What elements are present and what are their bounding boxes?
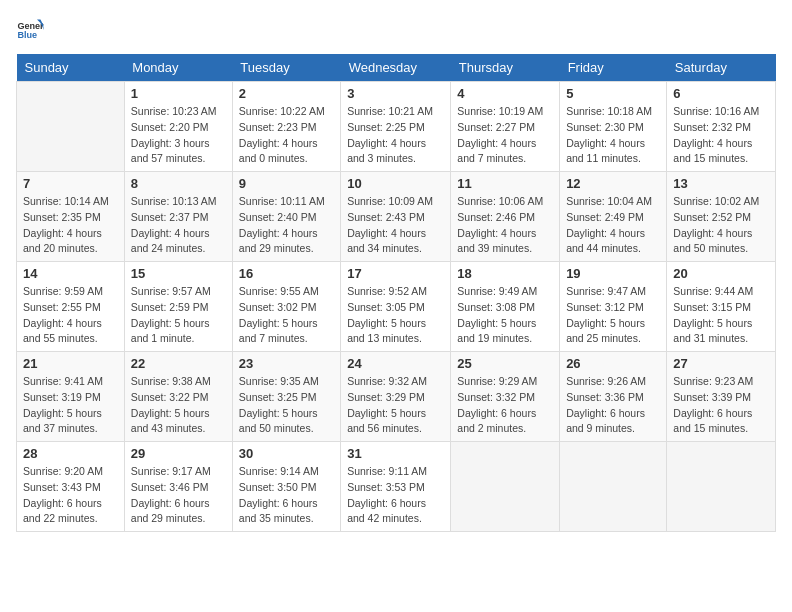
calendar-cell: 11Sunrise: 10:06 AMSunset: 2:46 PMDaylig… [451,172,560,262]
day-number: 24 [347,356,444,371]
day-info: Sunrise: 9:23 AMSunset: 3:39 PMDaylight:… [673,374,769,437]
day-info: Sunrise: 10:09 AMSunset: 2:43 PMDaylight… [347,194,444,257]
calendar-cell: 28Sunrise: 9:20 AMSunset: 3:43 PMDayligh… [17,442,125,532]
day-number: 7 [23,176,118,191]
calendar-table: SundayMondayTuesdayWednesdayThursdayFrid… [16,54,776,532]
day-number: 1 [131,86,226,101]
day-number: 19 [566,266,660,281]
day-number: 17 [347,266,444,281]
day-info: Sunrise: 9:20 AMSunset: 3:43 PMDaylight:… [23,464,118,527]
day-number: 31 [347,446,444,461]
calendar-cell: 15Sunrise: 9:57 AMSunset: 2:59 PMDayligh… [124,262,232,352]
calendar-cell: 24Sunrise: 9:32 AMSunset: 3:29 PMDayligh… [341,352,451,442]
day-info: Sunrise: 9:52 AMSunset: 3:05 PMDaylight:… [347,284,444,347]
week-row-3: 14Sunrise: 9:59 AMSunset: 2:55 PMDayligh… [17,262,776,352]
calendar-cell: 17Sunrise: 9:52 AMSunset: 3:05 PMDayligh… [341,262,451,352]
week-row-2: 7Sunrise: 10:14 AMSunset: 2:35 PMDayligh… [17,172,776,262]
day-info: Sunrise: 9:44 AMSunset: 3:15 PMDaylight:… [673,284,769,347]
day-info: Sunrise: 9:26 AMSunset: 3:36 PMDaylight:… [566,374,660,437]
day-info: Sunrise: 9:55 AMSunset: 3:02 PMDaylight:… [239,284,334,347]
column-header-tuesday: Tuesday [232,54,340,82]
day-info: Sunrise: 9:57 AMSunset: 2:59 PMDaylight:… [131,284,226,347]
day-number: 13 [673,176,769,191]
calendar-cell: 6Sunrise: 10:16 AMSunset: 2:32 PMDayligh… [667,82,776,172]
day-number: 8 [131,176,226,191]
calendar-cell: 7Sunrise: 10:14 AMSunset: 2:35 PMDayligh… [17,172,125,262]
calendar-cell: 21Sunrise: 9:41 AMSunset: 3:19 PMDayligh… [17,352,125,442]
week-row-1: 1Sunrise: 10:23 AMSunset: 2:20 PMDayligh… [17,82,776,172]
day-number: 29 [131,446,226,461]
day-info: Sunrise: 9:38 AMSunset: 3:22 PMDaylight:… [131,374,226,437]
day-number: 4 [457,86,553,101]
day-number: 20 [673,266,769,281]
day-info: Sunrise: 9:47 AMSunset: 3:12 PMDaylight:… [566,284,660,347]
calendar-cell: 1Sunrise: 10:23 AMSunset: 2:20 PMDayligh… [124,82,232,172]
day-info: Sunrise: 9:41 AMSunset: 3:19 PMDaylight:… [23,374,118,437]
column-header-wednesday: Wednesday [341,54,451,82]
column-header-friday: Friday [560,54,667,82]
calendar-cell: 19Sunrise: 9:47 AMSunset: 3:12 PMDayligh… [560,262,667,352]
day-number: 26 [566,356,660,371]
calendar-cell: 31Sunrise: 9:11 AMSunset: 3:53 PMDayligh… [341,442,451,532]
calendar-cell: 26Sunrise: 9:26 AMSunset: 3:36 PMDayligh… [560,352,667,442]
day-number: 25 [457,356,553,371]
day-info: Sunrise: 9:17 AMSunset: 3:46 PMDaylight:… [131,464,226,527]
day-number: 5 [566,86,660,101]
column-header-monday: Monday [124,54,232,82]
day-info: Sunrise: 10:11 AMSunset: 2:40 PMDaylight… [239,194,334,257]
day-info: Sunrise: 9:29 AMSunset: 3:32 PMDaylight:… [457,374,553,437]
page-header: General Blue [16,16,776,44]
day-number: 15 [131,266,226,281]
day-info: Sunrise: 10:22 AMSunset: 2:23 PMDaylight… [239,104,334,167]
calendar-cell: 29Sunrise: 9:17 AMSunset: 3:46 PMDayligh… [124,442,232,532]
calendar-cell: 30Sunrise: 9:14 AMSunset: 3:50 PMDayligh… [232,442,340,532]
day-info: Sunrise: 9:32 AMSunset: 3:29 PMDaylight:… [347,374,444,437]
calendar-cell: 8Sunrise: 10:13 AMSunset: 2:37 PMDayligh… [124,172,232,262]
day-number: 11 [457,176,553,191]
day-number: 2 [239,86,334,101]
calendar-cell: 3Sunrise: 10:21 AMSunset: 2:25 PMDayligh… [341,82,451,172]
day-number: 22 [131,356,226,371]
day-number: 27 [673,356,769,371]
svg-text:Blue: Blue [17,30,37,40]
day-info: Sunrise: 9:49 AMSunset: 3:08 PMDaylight:… [457,284,553,347]
calendar-cell: 2Sunrise: 10:22 AMSunset: 2:23 PMDayligh… [232,82,340,172]
day-number: 10 [347,176,444,191]
day-info: Sunrise: 10:02 AMSunset: 2:52 PMDaylight… [673,194,769,257]
day-info: Sunrise: 10:14 AMSunset: 2:35 PMDaylight… [23,194,118,257]
calendar-cell: 22Sunrise: 9:38 AMSunset: 3:22 PMDayligh… [124,352,232,442]
week-row-4: 21Sunrise: 9:41 AMSunset: 3:19 PMDayligh… [17,352,776,442]
calendar-cell: 9Sunrise: 10:11 AMSunset: 2:40 PMDayligh… [232,172,340,262]
calendar-cell: 20Sunrise: 9:44 AMSunset: 3:15 PMDayligh… [667,262,776,352]
column-header-thursday: Thursday [451,54,560,82]
column-header-saturday: Saturday [667,54,776,82]
day-number: 14 [23,266,118,281]
calendar-cell [451,442,560,532]
day-number: 9 [239,176,334,191]
calendar-cell: 10Sunrise: 10:09 AMSunset: 2:43 PMDaylig… [341,172,451,262]
day-number: 21 [23,356,118,371]
week-row-5: 28Sunrise: 9:20 AMSunset: 3:43 PMDayligh… [17,442,776,532]
day-number: 28 [23,446,118,461]
calendar-cell: 23Sunrise: 9:35 AMSunset: 3:25 PMDayligh… [232,352,340,442]
day-info: Sunrise: 10:23 AMSunset: 2:20 PMDaylight… [131,104,226,167]
day-number: 30 [239,446,334,461]
day-info: Sunrise: 9:11 AMSunset: 3:53 PMDaylight:… [347,464,444,527]
day-info: Sunrise: 10:06 AMSunset: 2:46 PMDaylight… [457,194,553,257]
calendar-cell [17,82,125,172]
day-info: Sunrise: 9:35 AMSunset: 3:25 PMDaylight:… [239,374,334,437]
day-number: 23 [239,356,334,371]
day-number: 3 [347,86,444,101]
day-number: 18 [457,266,553,281]
calendar-cell: 5Sunrise: 10:18 AMSunset: 2:30 PMDayligh… [560,82,667,172]
day-info: Sunrise: 10:04 AMSunset: 2:49 PMDaylight… [566,194,660,257]
calendar-cell: 12Sunrise: 10:04 AMSunset: 2:49 PMDaylig… [560,172,667,262]
day-info: Sunrise: 10:13 AMSunset: 2:37 PMDaylight… [131,194,226,257]
calendar-cell: 27Sunrise: 9:23 AMSunset: 3:39 PMDayligh… [667,352,776,442]
day-info: Sunrise: 10:18 AMSunset: 2:30 PMDaylight… [566,104,660,167]
calendar-cell [560,442,667,532]
day-number: 6 [673,86,769,101]
calendar-cell: 13Sunrise: 10:02 AMSunset: 2:52 PMDaylig… [667,172,776,262]
calendar-cell: 4Sunrise: 10:19 AMSunset: 2:27 PMDayligh… [451,82,560,172]
day-number: 12 [566,176,660,191]
